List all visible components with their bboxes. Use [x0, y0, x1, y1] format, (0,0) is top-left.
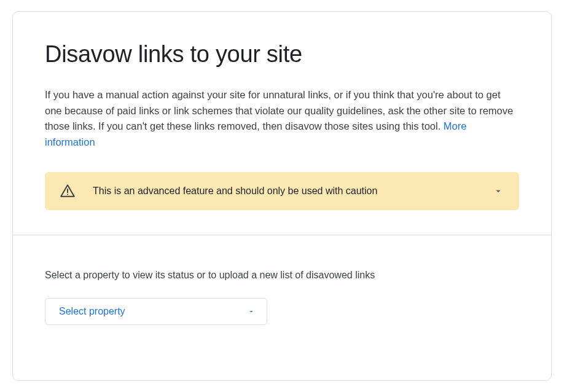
chevron-down-icon [492, 185, 504, 197]
svg-point-1 [67, 194, 68, 195]
dropdown-arrow-icon [247, 307, 256, 316]
disavow-card: Disavow links to your site If you have a… [12, 11, 552, 381]
top-section: Disavow links to your site If you have a… [13, 12, 551, 235]
property-select-text: Select property [59, 306, 125, 317]
property-select-label: Select a property to view its status or … [45, 270, 519, 281]
warning-text: This is an advanced feature and should o… [93, 186, 475, 197]
warning-icon [60, 183, 76, 199]
property-select-dropdown[interactable]: Select property [45, 298, 267, 325]
warning-banner[interactable]: This is an advanced feature and should o… [45, 172, 519, 210]
property-section: Select a property to view its status or … [13, 235, 551, 350]
description-text: If you have a manual action against your… [45, 87, 519, 150]
page-title: Disavow links to your site [45, 41, 519, 68]
